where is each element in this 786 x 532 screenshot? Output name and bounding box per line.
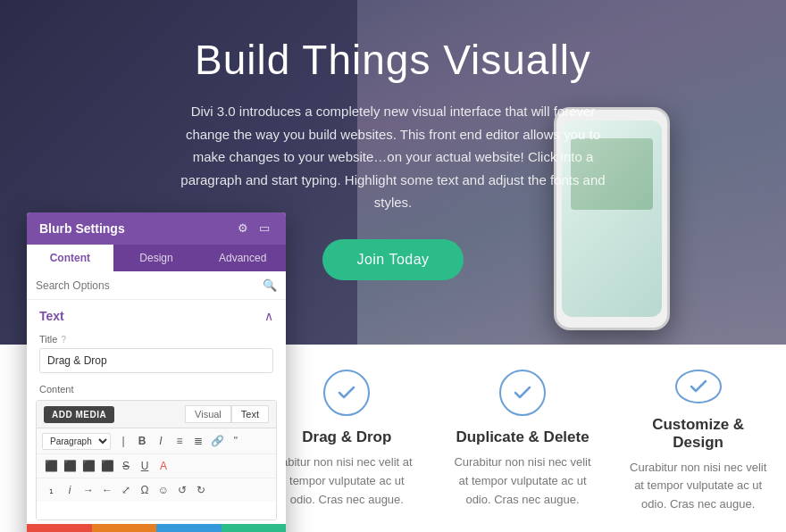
separator-line: | bbox=[114, 432, 132, 450]
blurb-editor: ADD MEDIA Visual Text Paragraph | B I ≡ … bbox=[36, 400, 277, 520]
blurb-section-title: Text bbox=[39, 309, 64, 323]
outdent-button[interactable]: ← bbox=[98, 481, 116, 499]
undo-button[interactable]: ↺ bbox=[92, 524, 157, 532]
blurb-title-label: Title ? bbox=[39, 334, 273, 345]
editor-view-tabs: Visual Text bbox=[185, 405, 269, 423]
add-media-button[interactable]: ADD MEDIA bbox=[44, 406, 114, 423]
search-icon: 🔍 bbox=[263, 278, 277, 292]
blurb-settings-icon[interactable]: ⚙ bbox=[238, 221, 252, 236]
tab-design[interactable]: Design bbox=[113, 245, 200, 271]
color-button[interactable]: A bbox=[155, 457, 172, 475]
align-center-button[interactable]: ⬛ bbox=[61, 457, 79, 475]
hero-title: Build Things Visually bbox=[0, 36, 786, 84]
hero-section: Build Things Visually Divi 3.0 introduce… bbox=[0, 0, 786, 532]
align-justify-button[interactable]: ⬛ bbox=[98, 457, 116, 475]
blurb-search-input[interactable] bbox=[36, 279, 257, 292]
indent-button[interactable]: → bbox=[79, 481, 97, 499]
align-left-button[interactable]: ⬛ bbox=[42, 457, 60, 475]
italic-button[interactable]: I bbox=[152, 432, 170, 450]
feature-text-3: Curabitur non nisi nec velit at tempor v… bbox=[628, 459, 768, 514]
blurb-title-field: Title ? bbox=[27, 330, 286, 380]
text-tab[interactable]: Text bbox=[231, 405, 269, 423]
link-button[interactable]: 🔗 bbox=[208, 432, 226, 450]
feature-text-1: abitur non nisi nec velit at tempor vulp… bbox=[277, 453, 417, 509]
redo-editor-button[interactable]: ↻ bbox=[192, 481, 210, 499]
editor-topbar: ADD MEDIA Visual Text bbox=[37, 401, 276, 428]
blurb-panel-title: Blurb Settings bbox=[39, 221, 125, 236]
redo-button[interactable]: ↻ bbox=[156, 524, 222, 532]
editor-format-bar: Paragraph | B I ≡ ≣ 🔗 " bbox=[37, 428, 276, 454]
blurb-action-bar: ✕ ↺ ↻ ✓ bbox=[27, 524, 286, 532]
unordered-list-button[interactable]: ≡ bbox=[171, 432, 188, 450]
hero-description: Divi 3.0 introduces a completely new vis… bbox=[170, 100, 616, 214]
feature-customize-design: Customize & Design Curabitur non nisi ne… bbox=[610, 345, 786, 532]
confirm-button[interactable]: ✓ bbox=[222, 524, 287, 532]
blurb-settings-panel: Blurb Settings ⚙ ▭ Content Design Advanc… bbox=[27, 212, 286, 532]
cancel-button[interactable]: ✕ bbox=[27, 524, 92, 532]
title-help-icon: ? bbox=[61, 335, 66, 345]
tab-advanced[interactable]: Advanced bbox=[199, 245, 286, 271]
blockquote-button[interactable]: " bbox=[227, 432, 245, 450]
blurb-header-icons: ⚙ ▭ bbox=[238, 221, 273, 236]
fullscreen-button[interactable]: ⤢ bbox=[117, 481, 135, 499]
paragraph-select[interactable]: Paragraph bbox=[42, 433, 111, 450]
blurb-panel-header: Blurb Settings ⚙ ▭ bbox=[27, 212, 286, 245]
title-input[interactable] bbox=[39, 348, 273, 373]
blurb-section-header[interactable]: Text ∧ bbox=[27, 300, 286, 330]
editor-content-area[interactable] bbox=[37, 502, 276, 520]
join-today-button[interactable]: Join Today bbox=[322, 239, 463, 280]
feature-check-icon-1 bbox=[323, 370, 370, 416]
editor-format-row2: ⬛ ⬛ ⬛ ⬛ S U A bbox=[37, 454, 276, 478]
feature-check-icon-2 bbox=[499, 370, 546, 416]
feature-title-2: Duplicate & Delete bbox=[456, 428, 589, 446]
subscript-button[interactable]: ₁ bbox=[42, 481, 60, 499]
feature-title-1: Drag & Drop bbox=[302, 428, 391, 446]
bold-button[interactable]: B bbox=[133, 432, 151, 450]
content-field-label: Content bbox=[27, 380, 286, 400]
undo-editor-button[interactable]: ↺ bbox=[173, 481, 191, 499]
blurb-tab-bar: Content Design Advanced bbox=[27, 245, 286, 271]
strikethrough-button[interactable]: S bbox=[117, 457, 135, 475]
chevron-up-icon: ∧ bbox=[264, 309, 273, 323]
special-chars-button[interactable]: Ω bbox=[136, 481, 154, 499]
blurb-expand-icon[interactable]: ▭ bbox=[259, 221, 273, 236]
underline-button[interactable]: U bbox=[136, 457, 154, 475]
feature-text-2: Curabitur non nisi nec velit at tempor v… bbox=[453, 453, 593, 509]
italic-small-button[interactable]: i bbox=[61, 481, 79, 499]
tab-content[interactable]: Content bbox=[27, 245, 113, 271]
feature-title-3: Customize & Design bbox=[628, 416, 768, 452]
align-right-button[interactable]: ⬛ bbox=[79, 457, 97, 475]
feature-duplicate-delete: Duplicate & Delete Curabitur non nisi ne… bbox=[435, 345, 611, 532]
feature-check-icon-3 bbox=[675, 370, 722, 403]
emoji-button[interactable]: ☺ bbox=[155, 481, 172, 499]
ordered-list-button[interactable]: ≣ bbox=[189, 432, 207, 450]
blurb-search-bar: 🔍 bbox=[27, 271, 286, 300]
editor-format-row3: ₁ i → ← ⤢ Ω ☺ ↺ ↻ bbox=[37, 478, 276, 502]
blurb-text-section: Text ∧ Title ? Content ADD MEDIA Vis bbox=[27, 300, 286, 520]
visual-tab[interactable]: Visual bbox=[185, 405, 231, 423]
